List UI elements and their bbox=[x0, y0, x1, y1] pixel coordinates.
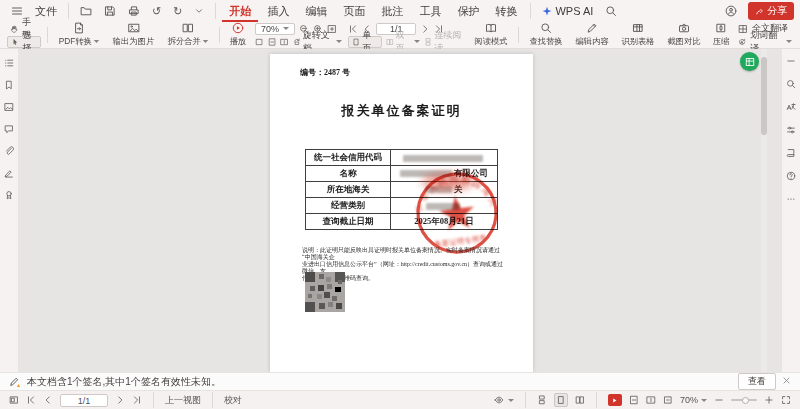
outline-icon[interactable] bbox=[4, 58, 14, 68]
rotate-icon bbox=[293, 37, 301, 47]
single-page-button[interactable]: 单页 bbox=[348, 36, 382, 48]
panel-search-icon[interactable] bbox=[786, 79, 796, 89]
view-signature-button[interactable]: 查看 bbox=[738, 373, 776, 390]
tab-annotate[interactable]: 批注 bbox=[374, 0, 410, 22]
zoom-slider[interactable] bbox=[731, 399, 757, 401]
proofread-button[interactable]: 校对 bbox=[224, 394, 242, 407]
select-tool-button[interactable]: 选择 bbox=[7, 36, 41, 48]
screenshot-compare-button[interactable]: 截图对比 bbox=[661, 22, 707, 48]
thumbnail-icon[interactable] bbox=[4, 102, 14, 112]
ribbon-toolbar: 手型 选择 PDF转换 输出为图片 拆分合并 播放 70% bbox=[0, 22, 800, 49]
prev-page-icon[interactable] bbox=[43, 395, 53, 405]
help-icon[interactable] bbox=[786, 171, 796, 181]
tab-convert[interactable]: 转换 bbox=[488, 0, 524, 22]
tab-tools[interactable]: 工具 bbox=[412, 0, 448, 22]
wps-ai-menu[interactable]: WPS AI bbox=[537, 0, 598, 22]
zoom-slider-knob[interactable] bbox=[742, 397, 749, 404]
save-icon[interactable] bbox=[99, 0, 121, 22]
redacted-value bbox=[403, 155, 483, 162]
play-button[interactable]: 播放 bbox=[224, 22, 252, 48]
double-page-icon[interactable] bbox=[575, 395, 585, 405]
attachment-icon[interactable] bbox=[4, 146, 14, 156]
tab-home[interactable]: 开始 bbox=[222, 0, 258, 22]
signature-notification-text: 本文档含1个签名,其中1个签名有效性未知。 bbox=[27, 375, 221, 389]
menu-search-icon[interactable] bbox=[600, 0, 622, 22]
actual-size-icon[interactable] bbox=[255, 37, 264, 47]
pdf-page[interactable]: 编号：2487 号 报关单位备案证明 统一社会信用代码 名称 有限公司 所在地海… bbox=[270, 54, 533, 372]
next-page-icon[interactable] bbox=[115, 395, 125, 405]
panel-translate-icon[interactable] bbox=[786, 102, 796, 112]
translate-group: 全文翻译 划词翻译 bbox=[735, 23, 795, 48]
cursor-icon bbox=[11, 37, 19, 47]
compress-button[interactable]: 压缩 bbox=[707, 22, 735, 48]
single-page-toggle[interactable] bbox=[554, 393, 568, 407]
continuous-read-icon[interactable] bbox=[537, 395, 547, 405]
share-button[interactable]: 分享 bbox=[748, 2, 794, 20]
zoom-out-minus-icon[interactable] bbox=[714, 395, 724, 405]
recognize-table-button[interactable]: 识别表格 bbox=[615, 22, 661, 48]
form-fill-assistant-button[interactable] bbox=[740, 52, 759, 71]
tab-page[interactable]: 页面 bbox=[336, 0, 372, 22]
pdf-convert-button[interactable]: PDF转换 bbox=[52, 22, 106, 48]
document-canvas: 编号：2487 号 报关单位备案证明 统一社会信用代码 名称 有限公司 所在地海… bbox=[0, 49, 800, 372]
doc-title: 报关单位备案证明 bbox=[270, 102, 533, 120]
double-page-icon bbox=[386, 37, 394, 47]
zoom-level-select[interactable]: 70% bbox=[680, 395, 707, 405]
fit-page-icon[interactable] bbox=[629, 395, 639, 405]
scrollbar-thumb[interactable] bbox=[761, 57, 767, 135]
signature-icon[interactable] bbox=[4, 168, 14, 178]
collapse-icon[interactable] bbox=[786, 56, 796, 66]
print-icon[interactable] bbox=[123, 0, 145, 22]
slideshow-play-button[interactable] bbox=[608, 394, 622, 406]
page-nav-group: 1/1 单页 双页 连续阅读 bbox=[345, 23, 468, 48]
open-icon[interactable] bbox=[75, 0, 97, 22]
left-panel bbox=[0, 49, 19, 372]
split-merge-button[interactable]: 拆分合并 bbox=[161, 22, 215, 48]
edit-content-button[interactable]: 编辑内容 bbox=[569, 22, 615, 48]
zoom-level-select[interactable]: 70% bbox=[255, 23, 295, 35]
fullscreen-icon[interactable] bbox=[781, 395, 791, 405]
prev-view-button[interactable]: 上一视图 bbox=[165, 394, 201, 407]
word-translate-icon bbox=[738, 37, 746, 47]
last-page-icon[interactable] bbox=[132, 395, 142, 405]
redo-icon[interactable]: ↻ bbox=[168, 0, 187, 22]
seal-icon[interactable] bbox=[4, 190, 14, 200]
image-icon bbox=[128, 22, 140, 34]
find-replace-button[interactable]: 查找替换 bbox=[523, 22, 569, 48]
fit-page-icon[interactable] bbox=[268, 37, 277, 47]
tab-protect[interactable]: 保护 bbox=[450, 0, 486, 22]
table-row: 统一社会信用代码 bbox=[306, 150, 498, 166]
page-indicator-input[interactable]: 1/1 bbox=[60, 394, 108, 407]
form-table-icon bbox=[745, 57, 755, 67]
vertical-scrollbar[interactable] bbox=[761, 49, 767, 372]
continuous-read-icon bbox=[424, 37, 432, 47]
first-page-icon[interactable] bbox=[26, 395, 36, 405]
menu-bar: 文件 ↺ ↻ 开始 插入 编辑 页面 批注 工具 保护 转换 WPS AI 分享 bbox=[0, 0, 800, 22]
export-image-button[interactable]: 输出为图片 bbox=[106, 22, 161, 48]
read-mode-button[interactable]: 阅读模式 bbox=[468, 22, 514, 48]
quickbar-more-icon[interactable] bbox=[189, 0, 209, 22]
actual-size-icon[interactable] bbox=[663, 395, 673, 405]
page-thumbnail-toggle-icon[interactable] bbox=[9, 395, 19, 405]
dictionary-icon[interactable] bbox=[786, 148, 796, 158]
tab-edit[interactable]: 编辑 bbox=[298, 0, 334, 22]
zoom-in-plus-icon[interactable] bbox=[764, 395, 774, 405]
account-avatar-icon[interactable] bbox=[720, 0, 742, 22]
book-icon bbox=[485, 22, 497, 34]
more-icon[interactable] bbox=[786, 194, 796, 204]
tab-insert[interactable]: 插入 bbox=[260, 0, 296, 22]
stamp-star-icon bbox=[438, 194, 477, 231]
view-visibility-button[interactable] bbox=[494, 395, 514, 405]
first-page-icon[interactable] bbox=[348, 24, 358, 34]
eye-icon bbox=[494, 395, 504, 405]
close-notification-icon[interactable] bbox=[782, 376, 791, 387]
undo-icon[interactable]: ↺ bbox=[147, 0, 166, 22]
fit-width-icon[interactable] bbox=[280, 37, 289, 47]
single-page-icon bbox=[556, 395, 566, 405]
bookmark-icon[interactable] bbox=[4, 80, 14, 90]
fit-width-icon[interactable] bbox=[646, 395, 656, 405]
signature-notification-bar: 本文档含1个签名,其中1个签名有效性未知。 查看 bbox=[0, 372, 800, 391]
properties-icon[interactable] bbox=[786, 125, 796, 135]
comment-icon[interactable] bbox=[4, 124, 14, 134]
word-translate-button[interactable]: 划词翻译 bbox=[738, 36, 792, 48]
